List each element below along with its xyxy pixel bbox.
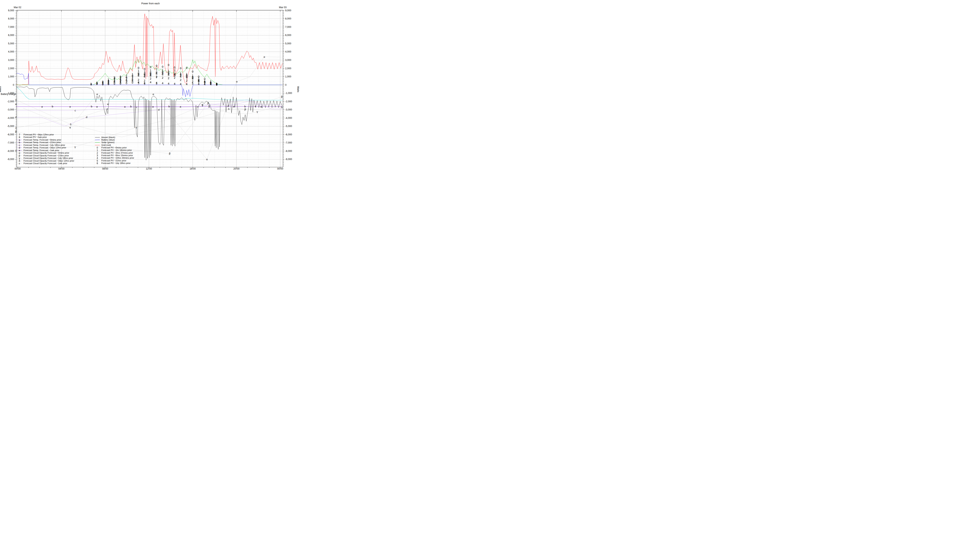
letter-marker-d: d	[86, 116, 87, 118]
legend-label: Forecast Temp. Forecast ~0mins prior	[23, 138, 61, 141]
legend-label: Forecast PV ~10hrs 30mins prior	[101, 157, 134, 159]
legend-line-sample-battery	[95, 140, 100, 140]
legend-label: House (black)	[101, 136, 115, 138]
letter-marker-a: a	[180, 105, 181, 108]
letter-marker-a: a	[152, 105, 154, 108]
pv-forecast-marker-2: 2	[162, 76, 164, 79]
letter-marker-α: α	[152, 93, 154, 96]
pv-forecast-marker-4: 4	[168, 82, 169, 85]
legend-label: Forecast Temp. Forecast ~1dy 18hrs prior	[23, 144, 65, 146]
y-tick-label-left: 8,000	[8, 17, 14, 20]
legend-label: Forecast Cloud Opacity Forecast ~3dys 12…	[23, 160, 74, 162]
letter-marker-b: b	[168, 105, 170, 108]
pv-forecast-marker-7: 7	[155, 76, 157, 79]
y-tick-label-right: 1,000	[285, 75, 291, 78]
letter-marker-b: b	[130, 105, 132, 108]
pv-forecast-marker-0: 0	[186, 66, 187, 69]
letter-marker-ε: ε	[107, 107, 108, 110]
letter-marker-α: α	[96, 93, 98, 96]
legend-label: Forecast Cloud Opacity Forecast ~1dy 18h…	[23, 157, 73, 159]
letter-marker-δ: δ	[70, 123, 72, 126]
pv-forecast-marker-4: 4	[186, 83, 187, 86]
legend-label: Forecast Temp. Forecast ~1wk prior	[23, 149, 59, 152]
legend-marker-glyph: 6	[95, 162, 100, 165]
letter-marker-b: b	[281, 106, 283, 109]
pv-forecast-marker-0: 0	[192, 70, 194, 73]
y-tick-label-right: 3,000	[285, 59, 291, 62]
legend-marker-glyph: 7	[17, 133, 22, 136]
pv-forecast-marker-0: 0	[150, 65, 151, 68]
letter-marker-γ: γ	[135, 126, 137, 129]
pv-forecast-marker-6: 6	[150, 74, 151, 77]
y-tick-label-left: 4,000	[8, 50, 14, 53]
letter-marker-β: β	[244, 108, 246, 111]
axis-box	[17, 10, 283, 167]
pv-forecast-marker-4: 4	[204, 83, 206, 86]
legend-label: Battery (blue)	[101, 138, 115, 141]
pv-forecast-marker-0: 0	[138, 66, 140, 69]
letter-marker-b: b	[244, 105, 246, 108]
series-solar-line	[17, 59, 283, 85]
legend-marker-glyph: β	[17, 154, 22, 157]
pv-forecast-marker-4: 4	[210, 83, 212, 86]
letter-marker-a: a	[124, 105, 126, 108]
y-tick-label-right: -4,000	[285, 117, 292, 119]
y-tick-label-left: -1,000	[7, 92, 14, 95]
y-tick-label-left: -6,000	[7, 133, 14, 136]
letter-marker-δ: δ	[228, 108, 230, 110]
y-tick-label-right: -5,000	[285, 125, 292, 128]
letter-marker-c: c	[75, 109, 76, 112]
letter-marker-γ: γ	[74, 145, 76, 148]
legend-label: Forecast Cloud Opacity Forecast ~21hrs p…	[23, 154, 69, 157]
legend-marker-glyph: 2	[95, 152, 100, 154]
letter-marker-d: d	[227, 105, 229, 108]
pv-forecast-marker-0: 0	[132, 81, 134, 84]
letter-marker-a: a	[233, 105, 234, 108]
y-tick-label-left: 5,000	[8, 42, 14, 45]
legend-marker-glyph: 3	[95, 154, 100, 157]
y-tick-label-right: 5,000	[285, 42, 291, 45]
y-tick-label-left: 2,000	[8, 67, 14, 70]
y-tick-label-right: -1,000	[285, 92, 292, 95]
letter-marker-γ: γ	[202, 104, 203, 107]
pv-forecast-marker-1: 1	[90, 82, 92, 85]
legend-label: Forecast PV ~21hrs prior	[101, 160, 126, 162]
legend-marker-glyph: 5	[95, 160, 100, 162]
pv-forecast-marker-6: 6	[168, 73, 169, 77]
letter-marker-b: b	[91, 105, 92, 108]
legend-label: Solar (green)	[101, 141, 114, 143]
legend-marker-glyph: e	[17, 149, 22, 152]
series-grid-line	[17, 14, 283, 85]
series-temp_e-line	[16, 104, 283, 105]
legend-line-sample-solar	[95, 142, 100, 143]
y-tick-label-right: 4,000	[285, 50, 291, 53]
x-tick-label: 08:00	[102, 167, 108, 170]
pv-forecast-marker-5: 5	[216, 83, 218, 86]
legend-label: Forecast Cloud Opacity Forecast ~1wk pri…	[23, 162, 67, 165]
pv-forecast-marker-0: 0	[108, 83, 109, 86]
legend-label: Forecast Cloud Opacity Forecast ~0mins p…	[23, 152, 69, 154]
y-tick-label-right: 6,000	[285, 34, 291, 37]
pv-forecast-marker-5: 5	[155, 82, 157, 85]
pv-forecast-marker-1: 1	[174, 69, 176, 72]
legend-marker-glyph: 0	[95, 147, 100, 149]
pv-forecast-marker-0: 0	[120, 82, 121, 85]
letter-marker-β: β	[15, 130, 17, 133]
letter-marker-α: α	[69, 126, 71, 129]
y-tick-label-left: -8,000	[7, 150, 14, 152]
y-tick-label-left: 6,000	[8, 34, 14, 37]
letter-marker-ε: ε	[209, 104, 210, 107]
y-tick-label-left: -2,000	[7, 100, 14, 103]
pv-forecast-marker-0: 0	[180, 67, 182, 70]
x-tick-label: 00:00	[15, 167, 21, 170]
letter-marker-γ: γ	[256, 110, 258, 113]
y-tick-label-left: 9,000	[8, 9, 14, 12]
y-tick-label-right: 0	[285, 83, 286, 86]
pv-forecast-marker-5: 5	[144, 82, 145, 85]
pv-forecast-marker-4: 4	[174, 82, 176, 85]
pv-forecast-marker-0: 0	[102, 83, 104, 86]
letter-marker-e: e	[107, 103, 109, 106]
pv-forecast-marker-4: 4	[150, 81, 151, 84]
letter-marker-a: a	[41, 105, 43, 108]
y-tick-label-right: 8,000	[285, 17, 291, 20]
